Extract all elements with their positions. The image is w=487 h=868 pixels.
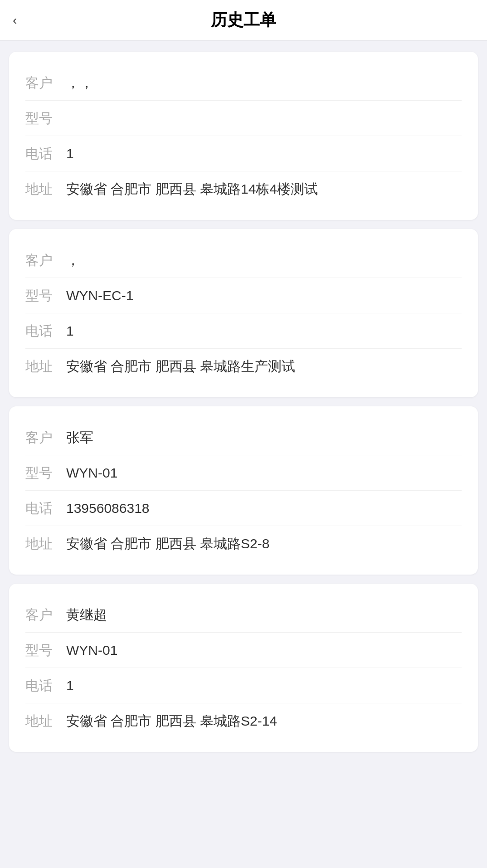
field-row: 型号 xyxy=(25,101,462,136)
field-label-电话: 电话 xyxy=(25,498,66,518)
field-row: 型号WYN-01 xyxy=(25,633,462,668)
field-row: 电话13956086318 xyxy=(25,491,462,526)
content-area: 客户，，型号电话1地址安徽省 合肥市 肥西县 皋城路14栋4楼测试客户，型号WY… xyxy=(0,41,487,763)
field-label-客户: 客户 xyxy=(25,73,66,93)
field-row: 客户张军 xyxy=(25,420,462,455)
field-value-地址: 安徽省 合肥市 肥西县 皋城路生产测试 xyxy=(66,356,462,376)
field-row: 客户黄继超 xyxy=(25,597,462,633)
field-label-地址: 地址 xyxy=(25,711,66,731)
field-row: 地址安徽省 合肥市 肥西县 皋城路生产测试 xyxy=(25,349,462,384)
back-button[interactable]: ‹ xyxy=(9,10,20,30)
field-label-型号: 型号 xyxy=(25,640,66,660)
field-value-型号: WYN-01 xyxy=(66,640,462,660)
field-row: 客户， xyxy=(25,243,462,278)
field-value-地址: 安徽省 合肥市 肥西县 皋城路14栋4楼测试 xyxy=(66,179,462,199)
field-value-客户: 张军 xyxy=(66,427,462,448)
field-label-型号: 型号 xyxy=(25,463,66,483)
field-row: 型号WYN-EC-1 xyxy=(25,278,462,313)
field-value-电话: 1 xyxy=(66,143,462,164)
page-title: 历史工单 xyxy=(211,9,276,31)
field-label-地址: 地址 xyxy=(25,356,66,376)
field-label-型号: 型号 xyxy=(25,285,66,306)
field-value-地址: 安徽省 合肥市 肥西县 皋城路S2-8 xyxy=(66,533,462,554)
field-row: 地址安徽省 合肥市 肥西县 皋城路14栋4楼测试 xyxy=(25,171,462,206)
field-row: 地址安徽省 合肥市 肥西县 皋城路S2-8 xyxy=(25,526,462,561)
field-label-地址: 地址 xyxy=(25,179,66,199)
field-value-客户: ，， xyxy=(66,73,462,93)
field-row: 电话1 xyxy=(25,136,462,171)
field-row: 电话1 xyxy=(25,313,462,349)
work-order-card-2[interactable]: 客户，型号WYN-EC-1电话1地址安徽省 合肥市 肥西县 皋城路生产测试 xyxy=(9,229,478,397)
field-label-型号: 型号 xyxy=(25,108,66,128)
field-row: 电话1 xyxy=(25,668,462,703)
field-value-型号: WYN-01 xyxy=(66,463,462,483)
field-value-电话: 1 xyxy=(66,321,462,341)
field-value-地址: 安徽省 合肥市 肥西县 皋城路S2-14 xyxy=(66,711,462,731)
field-row: 型号WYN-01 xyxy=(25,455,462,491)
work-order-card-3[interactable]: 客户张军型号WYN-01电话13956086318地址安徽省 合肥市 肥西县 皋… xyxy=(9,406,478,575)
field-value-电话: 1 xyxy=(66,675,462,696)
work-order-card-4[interactable]: 客户黄继超型号WYN-01电话1地址安徽省 合肥市 肥西县 皋城路S2-14 xyxy=(9,584,478,752)
field-value-型号: WYN-EC-1 xyxy=(66,285,462,306)
field-value-客户: 黄继超 xyxy=(66,605,462,625)
field-label-客户: 客户 xyxy=(25,605,66,625)
field-label-客户: 客户 xyxy=(25,427,66,448)
field-row: 地址安徽省 合肥市 肥西县 皋城路S2-14 xyxy=(25,703,462,738)
page-header: ‹ 历史工单 xyxy=(0,0,487,41)
field-label-地址: 地址 xyxy=(25,533,66,554)
work-order-card-1[interactable]: 客户，，型号电话1地址安徽省 合肥市 肥西县 皋城路14栋4楼测试 xyxy=(9,52,478,220)
field-label-电话: 电话 xyxy=(25,143,66,164)
field-value-客户: ， xyxy=(66,250,462,270)
field-label-电话: 电话 xyxy=(25,321,66,341)
field-value-电话: 13956086318 xyxy=(66,498,462,518)
field-label-客户: 客户 xyxy=(25,250,66,270)
field-row: 客户，， xyxy=(25,65,462,101)
field-label-电话: 电话 xyxy=(25,675,66,696)
